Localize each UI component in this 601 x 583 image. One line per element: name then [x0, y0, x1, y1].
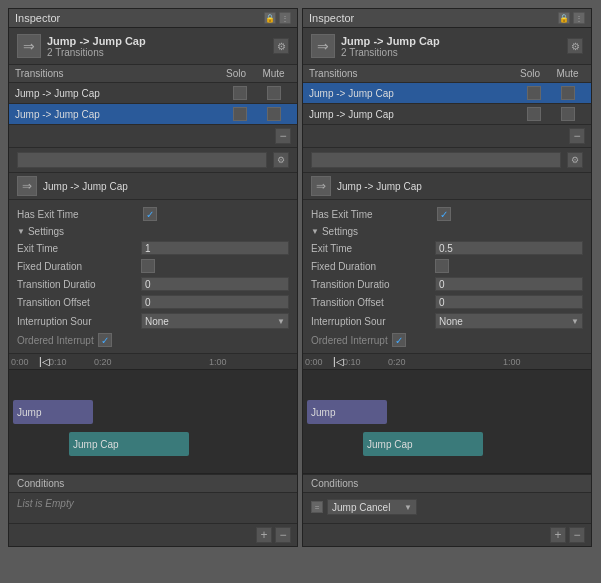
interruption-value: None: [439, 316, 463, 327]
timeline-section[interactable]: 0:000:100:201:00|◁ Jump Jump Cap: [303, 354, 591, 474]
exit-time-input[interactable]: [435, 241, 583, 255]
lock-icon[interactable]: 🔒: [264, 12, 276, 24]
interruption-source-label: Interruption Sour: [17, 316, 137, 327]
transition-label: Jump -> Jump Cap: [309, 88, 517, 99]
transitions-label: Transitions: [309, 68, 510, 79]
mute-checkbox[interactable]: [561, 107, 575, 121]
transition-duration-input[interactable]: [435, 277, 583, 291]
sub-anim-title: Jump -> Jump Cap: [43, 181, 289, 192]
timeline-bar: Jump: [307, 400, 387, 424]
dropdown-arrow-icon: ▼: [277, 317, 285, 326]
sub-gear-button[interactable]: ⚙: [567, 152, 583, 168]
transitions-header: Transitions Solo Mute: [303, 65, 591, 83]
header-title: Jump -> Jump Cap: [341, 35, 561, 47]
transitions-footer: −: [9, 125, 297, 147]
mute-label: Mute: [550, 68, 585, 79]
fixed-duration-checkbox[interactable]: [141, 259, 155, 273]
has-exit-time-label: Has Exit Time: [17, 209, 137, 220]
ordered-interrupt-label: Ordered Interrupt: [17, 335, 94, 346]
transition-offset-input[interactable]: [435, 295, 583, 309]
fixed-duration-checkbox[interactable]: [435, 259, 449, 273]
mute-checkbox[interactable]: [267, 86, 281, 100]
timeline-bar: Jump Cap: [69, 432, 189, 456]
sub-gear-button[interactable]: ⚙: [273, 152, 289, 168]
sub-anim-icon: ⇒: [17, 176, 37, 196]
header-subtitle: 2 Transitions: [341, 47, 561, 58]
transition-duration-input[interactable]: [141, 277, 289, 291]
menu-icon[interactable]: ⋮: [279, 12, 291, 24]
solo-label: Solo: [510, 68, 550, 79]
solo-checkbox[interactable]: [233, 86, 247, 100]
ruler-marker: 0:10: [49, 357, 67, 367]
playhead-indicator: |◁: [39, 356, 50, 367]
timeline-section[interactable]: 0:000:100:201:00|◁ Jump Jump Cap: [9, 354, 297, 474]
has-exit-time-checkbox[interactable]: [437, 207, 451, 221]
transition-row[interactable]: Jump -> Jump Cap: [303, 104, 591, 125]
add-condition-button[interactable]: +: [256, 527, 272, 543]
remove-condition-button[interactable]: −: [275, 527, 291, 543]
header-section: ⇒ Jump -> Jump Cap 2 Transitions ⚙: [9, 28, 297, 65]
mute-checkbox[interactable]: [561, 86, 575, 100]
solo-checkbox[interactable]: [527, 107, 541, 121]
remove-transition-button[interactable]: −: [275, 128, 291, 144]
transition-duration-row: Transition Duratio: [311, 275, 583, 293]
header-subtitle: 2 Transitions: [47, 47, 267, 58]
interruption-source-row: Interruption Sour None ▼: [311, 311, 583, 331]
remove-condition-button[interactable]: −: [569, 527, 585, 543]
search-input[interactable]: [311, 152, 561, 168]
transition-row[interactable]: Jump -> Jump Cap: [303, 83, 591, 104]
remove-transition-button[interactable]: −: [569, 128, 585, 144]
timeline-ruler: 0:000:100:201:00|◁: [303, 354, 591, 370]
ordered-interrupt-checkbox[interactable]: [98, 333, 112, 347]
ruler-marker: 1:00: [503, 357, 521, 367]
mute-label: Mute: [256, 68, 291, 79]
transition-offset-row: Transition Offset: [311, 293, 583, 311]
conditions-header: Conditions: [9, 475, 297, 493]
conditions-section: Conditions = Jump Cancel ▼ + −: [303, 474, 591, 546]
fixed-duration-label: Fixed Duration: [17, 261, 137, 272]
triangle-icon: ▼: [17, 227, 25, 236]
settings-label: ▼ Settings: [311, 226, 358, 237]
bar-label: Jump Cap: [367, 439, 413, 450]
transition-offset-input[interactable]: [141, 295, 289, 309]
gear-button[interactable]: ⚙: [567, 38, 583, 54]
settings-group-label-row: ▼ Settings: [311, 224, 583, 239]
interruption-value: None: [145, 316, 169, 327]
settings-group-label-row: ▼ Settings: [17, 224, 289, 239]
ordered-interrupt-row: Ordered Interrupt: [311, 331, 583, 349]
search-input[interactable]: [17, 152, 267, 168]
transition-row[interactable]: Jump -> Jump Cap: [9, 104, 297, 125]
settings-label: ▼ Settings: [17, 226, 64, 237]
add-condition-button[interactable]: +: [550, 527, 566, 543]
ordered-interrupt-checkbox[interactable]: [392, 333, 406, 347]
has-exit-time-checkbox[interactable]: [143, 207, 157, 221]
interruption-source-dropdown[interactable]: None ▼: [435, 313, 583, 329]
interruption-source-dropdown[interactable]: None ▼: [141, 313, 289, 329]
conditions-section: Conditions List is Empty + −: [9, 474, 297, 546]
solo-label: Solo: [216, 68, 256, 79]
mute-checkbox[interactable]: [267, 107, 281, 121]
transitions-section: Transitions Solo Mute Jump -> Jump Cap J…: [303, 65, 591, 148]
timeline-content: Jump Jump Cap: [9, 370, 297, 474]
solo-checkbox[interactable]: [527, 86, 541, 100]
interruption-source-label: Interruption Sour: [311, 316, 431, 327]
condition-dropdown-arrow-icon: ▼: [404, 503, 412, 512]
sub-anim-header: ⇒ Jump -> Jump Cap: [303, 173, 591, 200]
transition-duration-row: Transition Duratio: [17, 275, 289, 293]
has-exit-time-row: Has Exit Time: [17, 204, 289, 224]
menu-icon[interactable]: ⋮: [573, 12, 585, 24]
inspector-panel-right: Inspector 🔒 ⋮ ⇒ Jump -> Jump Cap 2 Trans…: [302, 8, 592, 547]
transitions-header: Transitions Solo Mute: [9, 65, 297, 83]
condition-row: = Jump Cancel ▼: [311, 497, 583, 517]
transition-duration-label: Transition Duratio: [311, 279, 431, 290]
lock-icon[interactable]: 🔒: [558, 12, 570, 24]
solo-checkbox[interactable]: [233, 107, 247, 121]
transition-row[interactable]: Jump -> Jump Cap: [9, 83, 297, 104]
exit-time-input[interactable]: [141, 241, 289, 255]
inspector-panel-left: Inspector 🔒 ⋮ ⇒ Jump -> Jump Cap 2 Trans…: [8, 8, 298, 547]
gear-button[interactable]: ⚙: [273, 38, 289, 54]
condition-dropdown[interactable]: Jump Cancel ▼: [327, 499, 417, 515]
header-section: ⇒ Jump -> Jump Cap 2 Transitions ⚙: [303, 28, 591, 65]
exit-time-row: Exit Time: [17, 239, 289, 257]
bar-label: Jump: [311, 407, 335, 418]
